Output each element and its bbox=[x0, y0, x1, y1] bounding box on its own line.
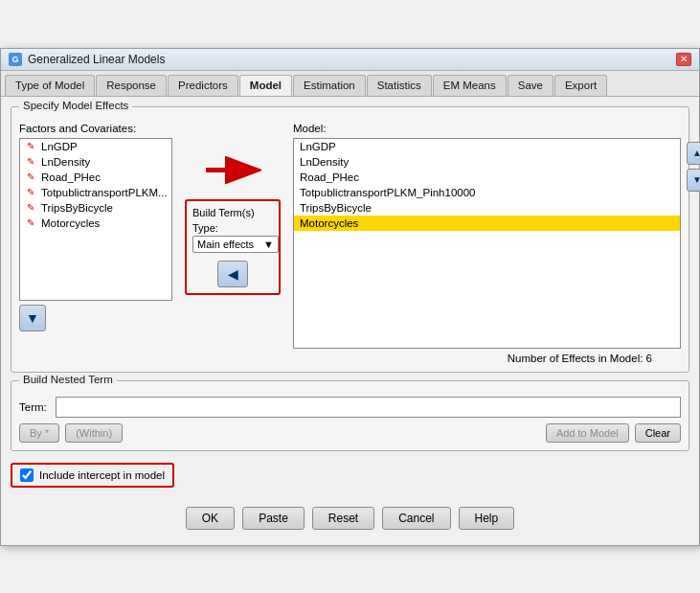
add-to-model-label: Add to Model bbox=[556, 427, 619, 439]
model-item-totpublic[interactable]: TotpublictransportPLKM_Pinh10000 bbox=[294, 185, 680, 200]
dropdown-arrow-icon: ▼ bbox=[263, 239, 274, 250]
clear-button-label: Clear bbox=[645, 427, 670, 439]
type-label: Type: bbox=[192, 222, 273, 234]
model-item-trips[interactable]: TripsByBicycle bbox=[294, 200, 680, 216]
down-btn-row: ▼ bbox=[19, 305, 172, 331]
tab-response[interactable]: Response bbox=[96, 75, 167, 96]
nested-btns-row: By * (Within) Add to Model Clear bbox=[19, 423, 681, 443]
cancel-button[interactable]: Cancel bbox=[382, 507, 450, 530]
within-button-label: (Within) bbox=[76, 427, 112, 439]
intercept-checkbox[interactable] bbox=[20, 468, 34, 482]
tab-save[interactable]: Save bbox=[508, 75, 553, 96]
factor-icon-totpublic: ✎ bbox=[24, 187, 37, 198]
help-button[interactable]: Help bbox=[459, 507, 515, 530]
factor-label-totpublic: TotpublictransportPLKM... bbox=[41, 187, 168, 198]
factor-item-road[interactable]: ✎ Road_PHec bbox=[20, 170, 171, 185]
bottom-buttons: OK Paste Reset Cancel Help bbox=[11, 501, 689, 536]
build-term-title: Build Term(s) bbox=[192, 207, 273, 218]
factor-item-totpublic[interactable]: ✎ TotpublictransportPLKM... bbox=[20, 185, 171, 200]
factor-icon-trips: ✎ bbox=[24, 202, 37, 214]
build-term-dropdown-value: Main effects bbox=[197, 239, 254, 250]
main-window: G Generalized Linear Models ✕ Type of Mo… bbox=[0, 48, 700, 546]
model-move-up-button[interactable]: ▲ bbox=[687, 142, 700, 165]
specify-model-effects-inner: Factors and Covariates: ✎ LnGDP ✎ LnDens… bbox=[19, 123, 681, 364]
by-button-label: By * bbox=[30, 427, 49, 439]
factor-label-lngdp: LnGDP bbox=[41, 141, 78, 152]
clear-button[interactable]: Clear bbox=[635, 423, 681, 443]
tab-model[interactable]: Model bbox=[239, 75, 292, 96]
back-to-list-button[interactable]: ◀ bbox=[217, 261, 248, 287]
reset-button-label: Reset bbox=[328, 512, 358, 525]
title-bar-left: G Generalized Linear Models bbox=[9, 53, 165, 66]
by-button[interactable]: By * bbox=[19, 423, 59, 443]
factors-list[interactable]: ✎ LnGDP ✎ LnDensity ✎ Road_PHec bbox=[19, 138, 172, 301]
title-bar: G Generalized Linear Models ✕ bbox=[1, 49, 699, 71]
middle-panel: Build Term(s) Type: Main effects ▼ ◀ bbox=[180, 123, 285, 295]
intercept-label-row[interactable]: Include intercept in model bbox=[11, 463, 174, 488]
close-button[interactable]: ✕ bbox=[676, 53, 691, 66]
num-effects-label: Number of Effects in Model: bbox=[508, 353, 644, 364]
model-label: Model: bbox=[293, 123, 681, 134]
factor-label-trips: TripsByBicycle bbox=[41, 202, 113, 214]
help-button-label: Help bbox=[475, 512, 499, 525]
content-area: Specify Model Effects Factors and Covari… bbox=[1, 97, 699, 545]
factors-panel: Factors and Covariates: ✎ LnGDP ✎ LnDens… bbox=[19, 123, 172, 331]
model-item-road[interactable]: Road_PHec bbox=[294, 170, 680, 185]
factors-down-button[interactable]: ▼ bbox=[19, 305, 46, 331]
model-list[interactable]: LnGDP LnDensity Road_PHec Totpublictrans… bbox=[293, 138, 681, 349]
factor-label-motorcycles: Motorcycles bbox=[41, 217, 100, 229]
tab-bar: Type of Model Response Predictors Model … bbox=[1, 71, 699, 97]
ok-button[interactable]: OK bbox=[186, 507, 235, 530]
factor-label-lndensity: LnDensity bbox=[41, 156, 90, 168]
factor-item-trips[interactable]: ✎ TripsByBicycle bbox=[20, 200, 171, 216]
tab-estimation[interactable]: Estimation bbox=[293, 75, 366, 96]
term-label: Term: bbox=[19, 401, 48, 413]
model-effects-layout: Factors and Covariates: ✎ LnGDP ✎ LnDens… bbox=[19, 123, 681, 364]
cancel-button-label: Cancel bbox=[398, 512, 434, 525]
model-item-motorcycles[interactable]: Motorcycles bbox=[294, 216, 680, 231]
tab-predictors[interactable]: Predictors bbox=[168, 75, 238, 96]
intercept-label-text: Include intercept in model bbox=[39, 469, 165, 481]
add-to-model-button[interactable]: Add to Model bbox=[546, 423, 629, 443]
tab-em-means[interactable]: EM Means bbox=[433, 75, 507, 96]
nested-term-inner: Term: By * (Within) Add to Model Clear bbox=[19, 397, 681, 443]
model-side-buttons: ▲ ▼ bbox=[687, 142, 700, 192]
ok-button-label: OK bbox=[202, 512, 218, 525]
factor-item-lndensity[interactable]: ✎ LnDensity bbox=[20, 154, 171, 170]
paste-button[interactable]: Paste bbox=[242, 507, 305, 530]
term-input[interactable] bbox=[56, 397, 681, 418]
factor-label-road: Road_PHec bbox=[41, 171, 101, 183]
num-effects-text: Number of Effects in Model: 6 bbox=[293, 353, 681, 364]
paste-button-label: Paste bbox=[259, 512, 288, 525]
tab-export[interactable]: Export bbox=[554, 75, 607, 96]
factor-icon-lndensity: ✎ bbox=[24, 156, 37, 168]
arrow-right-icon bbox=[204, 151, 261, 190]
factor-icon-road: ✎ bbox=[24, 171, 37, 183]
specify-model-effects-title: Specify Model Effects bbox=[19, 100, 132, 111]
build-term-box: Build Term(s) Type: Main effects ▼ ◀ bbox=[185, 199, 281, 295]
term-row: Term: bbox=[19, 397, 681, 418]
specify-model-effects-group: Specify Model Effects Factors and Covari… bbox=[11, 106, 689, 373]
within-button[interactable]: (Within) bbox=[65, 423, 123, 443]
reset-button[interactable]: Reset bbox=[312, 507, 374, 530]
num-effects-value: 6 bbox=[646, 353, 652, 364]
model-panel: Model: LnGDP LnDensity Road_PHec Totpubl… bbox=[293, 123, 681, 364]
factors-label: Factors and Covariates: bbox=[19, 123, 172, 134]
build-nested-term-title: Build Nested Term bbox=[19, 374, 117, 385]
factor-icon-lngdp: ✎ bbox=[24, 141, 37, 152]
intercept-row-container: Include intercept in model bbox=[11, 459, 689, 501]
build-term-dropdown[interactable]: Main effects ▼ bbox=[192, 236, 279, 253]
tab-statistics[interactable]: Statistics bbox=[367, 75, 432, 96]
factor-item-motorcycles[interactable]: ✎ Motorcycles bbox=[20, 216, 171, 231]
build-nested-term-group: Build Nested Term Term: By * (Within) Ad… bbox=[11, 380, 689, 451]
tab-type-of-model[interactable]: Type of Model bbox=[5, 75, 95, 96]
factor-item-lngdp[interactable]: ✎ LnGDP bbox=[20, 139, 171, 154]
model-item-lndensity[interactable]: LnDensity bbox=[294, 154, 680, 170]
factor-icon-motorcycles: ✎ bbox=[24, 217, 37, 229]
model-item-lngdp[interactable]: LnGDP bbox=[294, 139, 680, 154]
model-move-down-button[interactable]: ▼ bbox=[687, 169, 700, 192]
window-title: Generalized Linear Models bbox=[28, 53, 165, 66]
app-icon: G bbox=[9, 53, 22, 66]
